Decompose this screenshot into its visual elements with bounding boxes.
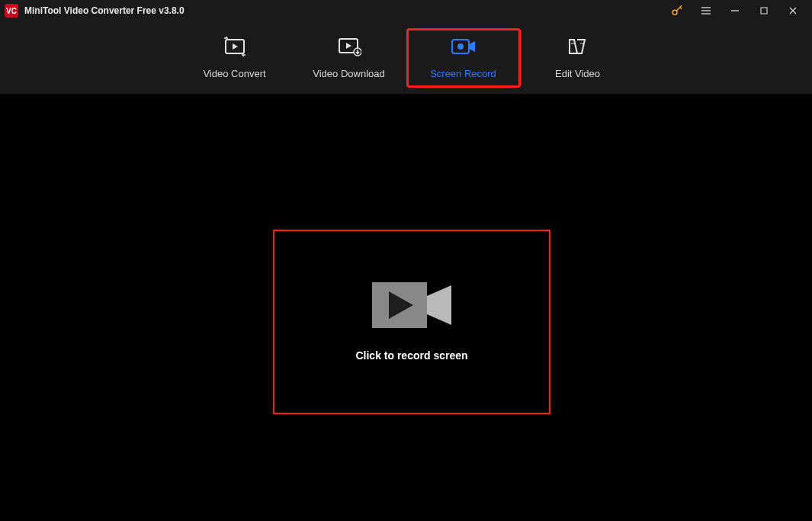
- svg-text:VC: VC: [6, 7, 17, 15]
- tab-label: Screen Record: [430, 68, 496, 79]
- camera-icon: [372, 282, 451, 328]
- app-title: MiniTool Video Converter Free v3.8.0: [24, 5, 185, 16]
- svg-marker-15: [346, 43, 351, 49]
- svg-rect-9: [761, 8, 767, 14]
- tab-label: Video Convert: [203, 68, 265, 79]
- record-caption: Click to record screen: [355, 349, 467, 362]
- screen-record-icon: [451, 36, 477, 57]
- svg-point-19: [457, 43, 464, 50]
- title-bar: VC MiniTool Video Converter Free v3.8.0: [0, 0, 812, 21]
- tab-screen-record[interactable]: Screen Record: [406, 28, 521, 88]
- tab-video-download[interactable]: Video Download: [292, 28, 406, 88]
- maximize-button[interactable]: [749, 0, 778, 21]
- svg-line-4: [680, 8, 682, 9]
- video-download-icon: [337, 36, 361, 57]
- main-panel: Click to record screen: [0, 94, 812, 521]
- upgrade-key-icon[interactable]: [663, 0, 692, 21]
- record-screen-button[interactable]: Click to record screen: [273, 230, 550, 414]
- tab-video-convert[interactable]: Video Convert: [178, 28, 292, 88]
- tab-label: Video Download: [313, 68, 384, 79]
- tab-edit-video[interactable]: Edit Video: [521, 28, 635, 88]
- close-button[interactable]: [778, 0, 807, 21]
- svg-point-2: [672, 10, 677, 14]
- svg-marker-13: [233, 43, 238, 50]
- tab-label: Edit Video: [555, 68, 600, 79]
- app-logo-icon: VC: [5, 4, 18, 18]
- video-convert-icon: [223, 36, 247, 57]
- menu-icon[interactable]: [692, 0, 721, 21]
- edit-video-icon: [566, 36, 589, 57]
- minimize-button[interactable]: [721, 0, 749, 21]
- main-toolbar: Video Convert Video Download Screen Reco…: [0, 21, 812, 94]
